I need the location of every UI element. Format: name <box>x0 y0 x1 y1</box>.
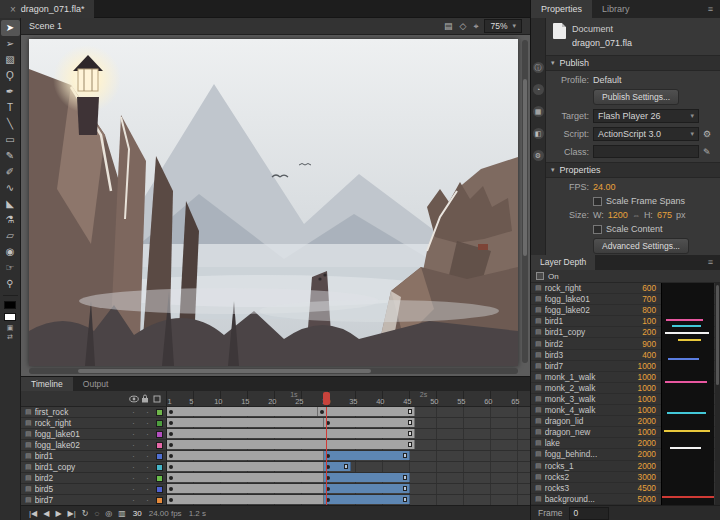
layer-name-cell[interactable]: ▤fogg_lake01·· <box>21 429 167 440</box>
depth-value[interactable]: 100 <box>626 316 656 326</box>
stage-height-value[interactable]: 675 <box>657 210 672 220</box>
frame-span[interactable] <box>324 473 410 482</box>
frame-span[interactable] <box>324 484 410 493</box>
layer-lock-dot[interactable]: · <box>142 474 153 483</box>
depth-value[interactable]: 600 <box>626 283 656 293</box>
center-frame-icon[interactable]: ⌖ <box>473 20 478 33</box>
stage-width-value[interactable]: 1200 <box>608 210 628 220</box>
publish-section-header[interactable]: ▾ Publish <box>546 55 720 71</box>
next-frame-button[interactable]: ▶| <box>68 507 76 520</box>
scrollbar-thumb[interactable] <box>716 285 719 385</box>
layer-outline-swatch[interactable] <box>156 497 163 504</box>
selection-tool[interactable]: ➤ <box>1 20 20 36</box>
publish-settings-button[interactable]: Publish Settings... <box>593 89 679 105</box>
layer-frames-lane[interactable] <box>167 451 530 462</box>
frame-span[interactable] <box>324 418 416 427</box>
layer-visibility-dot[interactable]: · <box>128 496 139 505</box>
layer-name-cell[interactable]: ▤bird2·· <box>21 473 167 484</box>
layer-frames-lane[interactable] <box>167 407 530 418</box>
onion-outline-button[interactable]: ◎ <box>105 507 112 520</box>
layer-visibility-dot[interactable]: · <box>128 419 139 428</box>
layer-outline-swatch[interactable] <box>156 420 163 427</box>
layer-outline-swatch[interactable] <box>156 486 163 493</box>
layer-visibility-dot[interactable]: · <box>128 430 139 439</box>
depth-value[interactable]: 200 <box>626 327 656 337</box>
depth-value[interactable]: 2000 <box>626 438 656 448</box>
depth-value[interactable]: 2000 <box>626 416 656 426</box>
frame-span[interactable] <box>324 462 351 471</box>
panel-menu-icon[interactable]: ≡ <box>701 0 720 18</box>
frame-span[interactable] <box>318 407 415 416</box>
depth-value[interactable]: 1000 <box>626 361 656 371</box>
depth-on-toggle[interactable] <box>536 272 544 280</box>
stage-canvas[interactable] <box>29 39 518 366</box>
layer-lock-dot[interactable]: · <box>142 452 153 461</box>
depth-value[interactable]: 2000 <box>626 449 656 459</box>
swap-colors-icon[interactable]: ⇄ <box>7 332 13 341</box>
fill-color-swatch[interactable] <box>4 313 16 321</box>
depth-value[interactable]: 1000 <box>626 394 656 404</box>
layer-name-cell[interactable]: ▤bird7·· <box>21 495 167 505</box>
layer-lock-dot[interactable]: · <box>142 441 153 450</box>
subselection-tool[interactable]: ➢ <box>1 36 20 52</box>
layer-frames-lane[interactable] <box>167 473 530 484</box>
bone-tool[interactable]: ∿ <box>1 180 20 196</box>
scale-frame-spans-checkbox[interactable] <box>593 197 602 206</box>
default-colors-icon[interactable]: ▣ <box>7 323 14 332</box>
frame-span[interactable] <box>167 407 318 416</box>
link-dimensions-icon[interactable]: ⇔ <box>632 211 640 220</box>
depth-value[interactable]: 700 <box>626 294 656 304</box>
scene-breadcrumb[interactable]: Scene 1 <box>29 21 62 31</box>
free-transform-tool[interactable]: ▧ <box>1 52 20 68</box>
first-frame-button[interactable]: |◀ <box>29 507 37 520</box>
camera-tool[interactable]: ◉ <box>1 244 20 260</box>
frame-span[interactable] <box>324 451 410 460</box>
play-button[interactable]: ▶ <box>55 507 61 520</box>
show-hide-all-icon[interactable] <box>128 395 139 403</box>
settings-panel-icon[interactable]: ⚙ <box>533 150 544 161</box>
hand-tool[interactable]: ☞ <box>1 260 20 276</box>
edit-symbols-icon[interactable]: ◇ <box>459 20 466 33</box>
tab-output[interactable]: Output <box>73 377 119 391</box>
paint-bucket-tool[interactable]: ◣ <box>1 196 20 212</box>
depth-value[interactable]: 1000 <box>626 427 656 437</box>
layer-visibility-dot[interactable]: · <box>128 485 139 494</box>
layer-lock-dot[interactable]: · <box>142 408 153 417</box>
loop-button[interactable]: ↻ <box>82 507 89 520</box>
pen-tool[interactable]: ✒ <box>1 84 20 100</box>
layer-visibility-dot[interactable]: · <box>128 408 139 417</box>
layer-frames-lane[interactable] <box>167 418 530 429</box>
depth-value[interactable]: 4500 <box>626 483 656 493</box>
close-tab-icon[interactable]: × <box>10 4 16 15</box>
zoom-tool[interactable]: ⚲ <box>1 276 20 292</box>
stroke-color-swatch[interactable] <box>4 301 16 309</box>
frame-span[interactable] <box>167 495 324 504</box>
layer-outline-swatch[interactable] <box>156 453 163 460</box>
document-tab[interactable]: × dragon_071.fla* <box>0 0 94 18</box>
layer-outline-swatch[interactable] <box>156 475 163 482</box>
frame-span[interactable] <box>324 495 410 504</box>
layer-lock-dot[interactable]: · <box>142 485 153 494</box>
onion-skin-button[interactable]: ◌ <box>94 507 99 520</box>
prev-frame-button[interactable]: ◀ <box>43 507 49 520</box>
rectangle-tool[interactable]: ▭ <box>1 132 20 148</box>
layer-name-cell[interactable]: ▤bird5·· <box>21 484 167 495</box>
layer-outline-swatch[interactable] <box>156 409 163 416</box>
layer-outline-swatch[interactable] <box>156 431 163 438</box>
layer-name-cell[interactable]: ▤first_rock·· <box>21 407 167 418</box>
layer-outline-swatch[interactable] <box>156 464 163 471</box>
layer-frames-lane[interactable] <box>167 429 530 440</box>
script-settings-icon[interactable]: ⚙ <box>703 129 711 139</box>
layer-visibility-dot[interactable]: · <box>128 463 139 472</box>
eyedropper-tool[interactable]: ⚗ <box>1 212 20 228</box>
layer-outline-swatch[interactable] <box>156 442 163 449</box>
frame-span[interactable] <box>167 462 324 471</box>
frame-span[interactable] <box>167 451 324 460</box>
layer-name-cell[interactable]: ▤bird1_copy·· <box>21 462 167 473</box>
depth-value[interactable]: 800 <box>626 305 656 315</box>
layer-frames-lane[interactable] <box>167 462 530 473</box>
line-tool[interactable]: ╲ <box>1 116 20 132</box>
depth-value[interactable]: 1000 <box>626 405 656 415</box>
tab-timeline[interactable]: Timeline <box>21 377 73 391</box>
class-input[interactable] <box>593 145 699 158</box>
